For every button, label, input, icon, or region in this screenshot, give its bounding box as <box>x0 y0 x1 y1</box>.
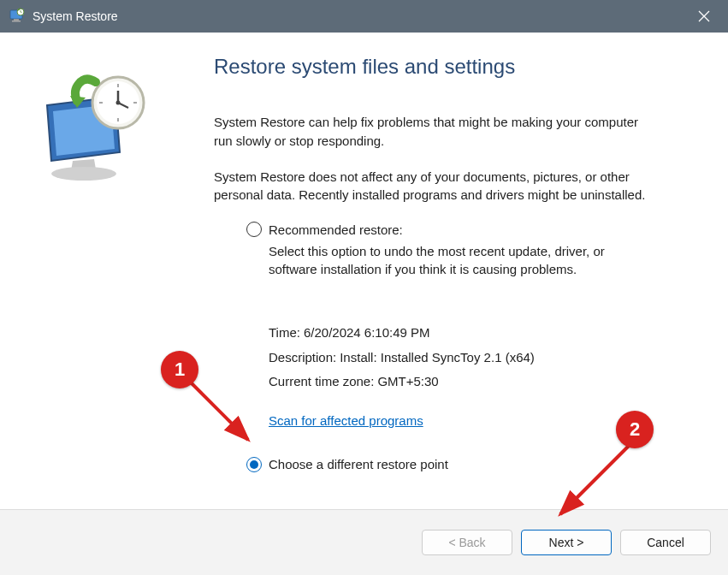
wizard-footer: < Back Next > Cancel <box>0 510 728 575</box>
radio-recommended-row[interactable]: Recommended restore: <box>246 222 694 237</box>
scan-affected-programs-link[interactable]: Scan for affected programs <box>269 413 423 428</box>
option-recommended: Recommended restore: Select this option … <box>246 222 694 428</box>
svg-rect-1 <box>14 19 19 21</box>
radio-different-label: Choose a different restore point <box>269 457 448 471</box>
timezone-value: GMT+5:30 <box>377 370 438 394</box>
intro-paragraph-1: System Restore can help fix problems tha… <box>214 113 659 151</box>
titlebar: System Restore <box>0 0 728 33</box>
recommended-details: Time: 6/20/2024 6:10:49 PM Description: … <box>269 321 694 394</box>
annotation-badge-2: 2 <box>616 411 654 448</box>
annotation-badge-1: 1 <box>161 351 198 388</box>
time-label: Time: <box>269 321 300 346</box>
radio-recommended-label: Recommended restore: <box>269 222 403 237</box>
window-title: System Restore <box>33 9 118 23</box>
recommended-description: Select this option to undo the most rece… <box>269 242 645 278</box>
intro-paragraph-2: System Restore does not affect any of yo… <box>214 168 659 205</box>
description-value: Install: Installed SyncToy 2.1 (x64) <box>340 346 535 370</box>
radio-different-row[interactable]: Choose a different restore point <box>246 457 694 472</box>
time-value: 6/20/2024 6:10:49 PM <box>304 321 430 346</box>
description-label: Description: <box>269 346 336 370</box>
system-restore-large-icon <box>26 67 154 187</box>
svg-point-4 <box>51 167 116 181</box>
system-restore-icon <box>9 8 26 25</box>
radio-different[interactable] <box>246 457 262 472</box>
wizard-sidebar <box>0 33 188 509</box>
close-icon <box>698 10 710 22</box>
svg-point-13 <box>116 101 121 105</box>
page-title: Restore system files and settings <box>214 55 694 79</box>
next-button[interactable]: Next > <box>521 530 612 555</box>
timezone-label: Current time zone: <box>269 370 374 394</box>
svg-rect-2 <box>12 21 21 22</box>
radio-recommended[interactable] <box>246 222 262 237</box>
cancel-button[interactable]: Cancel <box>620 530 711 555</box>
close-button[interactable] <box>687 0 721 33</box>
back-button[interactable]: < Back <box>422 530 512 555</box>
